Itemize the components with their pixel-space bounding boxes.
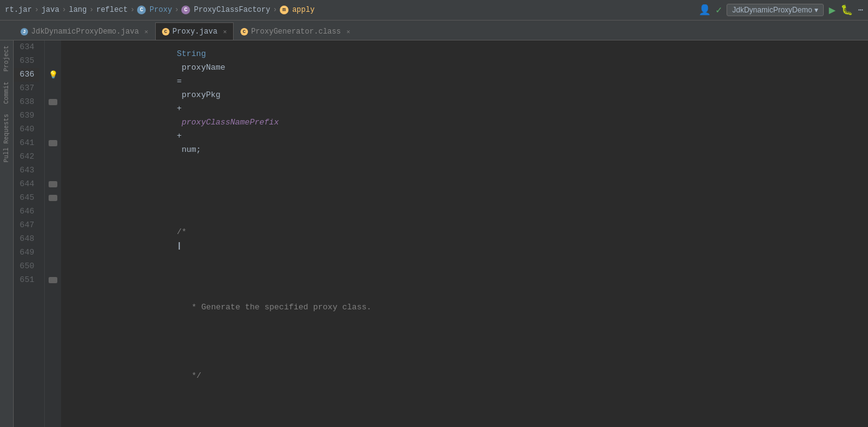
tab-close-jdk[interactable]: ✕: [145, 28, 148, 35]
gutter-649: [45, 246, 61, 260]
breakpoint-644[interactable]: [49, 181, 57, 187]
code-line-638: */: [66, 369, 868, 383]
tab-proxygenerator[interactable]: C ProxyGenerator.class ✕: [234, 22, 357, 40]
tab-proxy[interactable]: C Proxy.java ✕: [155, 22, 234, 40]
linenum-640: 640: [14, 123, 39, 136]
line-numbers: 634 635 636 637 638 639 640 641 642 643 …: [14, 40, 45, 427]
linenum-635: 635: [14, 54, 39, 68]
run-button[interactable]: ▶: [829, 3, 836, 17]
linenum-646: 646: [14, 205, 39, 218]
breakpoint-645[interactable]: [49, 195, 57, 201]
gutter-647: [45, 218, 61, 232]
gutter-641[interactable]: [45, 136, 61, 150]
breakpoint-638[interactable]: [49, 99, 57, 105]
proxyclassfactory-icon: C: [181, 6, 190, 14]
tab-label-jdk: JdkDynamicProxyDemo.java: [31, 27, 139, 36]
gutter-643: [45, 164, 61, 177]
code-line-636: /* |: [66, 232, 868, 246]
breadcrumb-proxy[interactable]: Proxy: [150, 6, 172, 14]
linenum-651: 651: [14, 273, 39, 287]
linenum-639: 639: [14, 109, 39, 123]
editor-area: 634 635 636 637 638 639 640 641 642 643 …: [14, 40, 868, 427]
gutter-634: [45, 40, 61, 54]
gutter-645[interactable]: [45, 191, 61, 205]
code-line-634: String proxyName = proxyPkg + proxyClass…: [66, 95, 868, 109]
gutter-642: [45, 150, 61, 164]
linenum-648: 648: [14, 232, 39, 246]
linenum-650: 650: [14, 260, 39, 273]
linenum-645: 645: [14, 191, 39, 205]
gutter-638[interactable]: [45, 95, 61, 109]
breadcrumb-apply[interactable]: apply: [292, 6, 315, 14]
gutter-637: [45, 82, 61, 95]
tab-icon-proxygen: C: [241, 28, 248, 35]
titlebar: rt.jar › java › lang › reflect › C Proxy…: [0, 0, 868, 21]
breadcrumb: rt.jar › java › lang › reflect › C Proxy…: [5, 6, 699, 14]
tab-label-proxy: Proxy.java: [173, 27, 217, 36]
sidebar-project[interactable]: Project: [2, 40, 11, 77]
gutter-646: [45, 205, 61, 218]
breadcrumb-proxyclassfactory[interactable]: ProxyClassFactory: [194, 6, 270, 14]
gutter: 💡: [45, 40, 61, 427]
gutter-644[interactable]: [45, 177, 61, 191]
code-line-637: * Generate the specified proxy class.: [66, 301, 868, 314]
code-content[interactable]: String proxyName = proxyPkg + proxyClass…: [61, 40, 868, 427]
tab-bar: J JdkDynamicProxyDemo.java ✕ C Proxy.jav…: [0, 21, 868, 40]
breadcrumb-rtjar[interactable]: rt.jar: [5, 6, 32, 14]
breadcrumb-java[interactable]: java: [41, 6, 59, 14]
person-icon[interactable]: 👤: [699, 4, 711, 16]
tab-close-proxygen[interactable]: ✕: [346, 28, 350, 35]
linenum-649: 649: [14, 246, 39, 260]
project-dropdown-label: JdkDynamicProxyDemo: [732, 6, 812, 14]
debug-button[interactable]: 🐛: [841, 4, 853, 16]
vcs-icon[interactable]: ✓: [716, 4, 722, 16]
toolbar-right: 👤 ✓ JdkDynamicProxyDemo ▾ ▶ 🐛 ⋯: [699, 3, 863, 17]
gutter-636[interactable]: 💡: [45, 68, 61, 82]
tab-label-proxygen: ProxyGenerator.class: [251, 27, 341, 36]
gutter-635: [45, 54, 61, 68]
linenum-647: 647: [14, 218, 39, 232]
breadcrumb-lang[interactable]: lang: [69, 6, 87, 14]
gutter-650: [45, 260, 61, 273]
breakpoint-641[interactable]: [49, 140, 57, 146]
more-icon[interactable]: ⋯: [858, 5, 863, 15]
tab-icon-proxy: C: [162, 28, 169, 35]
linenum-642: 642: [14, 150, 39, 164]
linenum-644: 644: [14, 177, 39, 191]
tab-close-proxy[interactable]: ✕: [223, 28, 227, 35]
breakpoint-651[interactable]: [49, 277, 57, 283]
chevron-down-icon: ▾: [814, 6, 818, 14]
linenum-638: 638: [14, 95, 39, 109]
tab-icon-jdk: J: [21, 28, 28, 35]
linenum-636: 636: [14, 68, 39, 82]
gutter-639: [45, 109, 61, 123]
sidebar-pull-requests[interactable]: Pull Requests: [2, 109, 11, 167]
gutter-640: [45, 123, 61, 136]
tab-jdkdynamicproxydemo[interactable]: J JdkDynamicProxyDemo.java ✕: [14, 22, 155, 40]
linenum-643: 643: [14, 164, 39, 177]
bulb-icon-636[interactable]: 💡: [49, 70, 58, 80]
proxy-class-icon: C: [137, 6, 146, 14]
gutter-651[interactable]: [45, 273, 61, 287]
sidebar-commit[interactable]: Commit: [2, 77, 11, 109]
linenum-634: 634: [14, 40, 39, 54]
gutter-648: [45, 232, 61, 246]
linenum-641: 641: [14, 136, 39, 150]
breadcrumb-reflect[interactable]: reflect: [96, 6, 127, 14]
linenum-637: 637: [14, 82, 39, 95]
left-sidebar: Project Commit Pull Requests: [0, 40, 14, 427]
apply-method-icon: m: [280, 6, 289, 14]
code-wrapper: String proxyName = proxyPkg + proxyClass…: [61, 40, 868, 427]
project-dropdown[interactable]: JdkDynamicProxyDemo ▾: [727, 4, 824, 16]
main-layout: Project Commit Pull Requests 634 635 636…: [0, 40, 868, 427]
